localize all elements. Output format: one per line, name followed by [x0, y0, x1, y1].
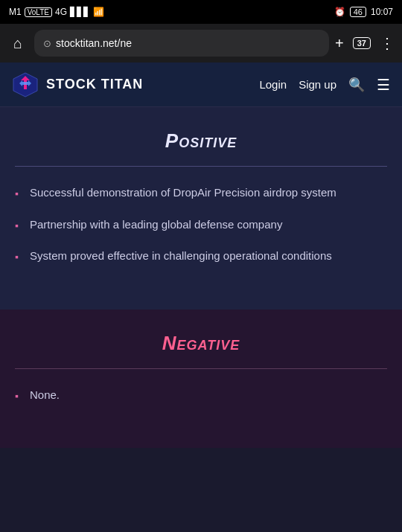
hamburger-menu-icon[interactable]: ☰ [377, 76, 390, 94]
positive-bullet-list: Successful demonstration of DropAir Prec… [15, 185, 387, 265]
negative-title: Negative [15, 332, 387, 355]
browser-chrome: ⌂ ⊙ stocktitan.net/ne + 37 ⋮ [0, 24, 402, 63]
logo-text: STOCK TITAN [46, 77, 143, 92]
browser-menu-button[interactable]: ⋮ [380, 34, 395, 52]
list-item: System proved effective in challenging o… [15, 248, 387, 265]
list-item: None. [15, 387, 387, 404]
signal-bars-icon: ▋▋▋ [70, 7, 90, 17]
nav-actions: Login Sign up 🔍 ☰ [259, 76, 390, 94]
status-left: M1 VoLTE 4G ▋▋▋ 📶 [9, 7, 104, 17]
url-text: stocktitan.net/ne [56, 37, 320, 49]
status-right: ⏰ 46 10:07 [334, 7, 393, 17]
negative-bullet-list: None. [15, 387, 387, 404]
volte-badge: VoLTE [25, 7, 52, 17]
list-item: Partnership with a leading global defens… [15, 217, 387, 234]
negative-divider [15, 368, 387, 369]
negative-section: Negative None. [0, 310, 402, 449]
main-content: Positive Successful demonstration of Dro… [0, 107, 402, 448]
positive-section: Positive Successful demonstration of Dro… [0, 107, 402, 310]
url-bar[interactable]: ⊙ stocktitan.net/ne [34, 30, 329, 57]
site-info-icon: ⊙ [43, 38, 51, 49]
nav-logo: STOCK TITAN [12, 71, 143, 98]
alarm-icon: ⏰ [334, 7, 345, 17]
tab-count-badge[interactable]: 37 [353, 37, 371, 49]
network-type-label: 4G [55, 7, 67, 17]
status-bar: M1 VoLTE 4G ▋▋▋ 📶 ⏰ 46 10:07 [0, 0, 402, 24]
time-display: 10:07 [371, 7, 393, 17]
home-button[interactable]: ⌂ [7, 35, 28, 52]
browser-actions: + 37 ⋮ [335, 34, 395, 52]
battery-percent: 46 [350, 7, 366, 17]
positive-divider [15, 166, 387, 167]
logo-icon [12, 71, 39, 98]
wifi-icon: 📶 [93, 7, 104, 17]
carrier-label: M1 [9, 7, 22, 17]
add-tab-button[interactable]: + [335, 35, 344, 52]
list-item: Successful demonstration of DropAir Prec… [15, 185, 387, 202]
nav-bar: STOCK TITAN Login Sign up 🔍 ☰ [0, 63, 402, 107]
signup-link[interactable]: Sign up [299, 78, 336, 91]
positive-title: Positive [15, 129, 387, 153]
search-icon[interactable]: 🔍 [348, 77, 365, 93]
login-link[interactable]: Login [259, 78, 287, 91]
